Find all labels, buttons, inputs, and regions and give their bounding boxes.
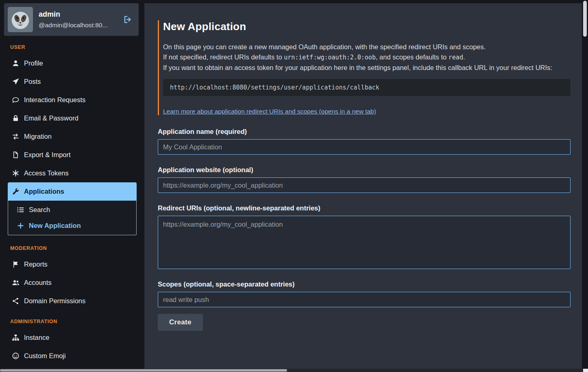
users-icon: [12, 279, 20, 287]
section-header-user: USER: [8, 36, 137, 54]
sidebar-item-new-application[interactable]: New Application: [8, 218, 136, 234]
scrollbar-corner: [583, 369, 588, 372]
sidebar-item-email-password[interactable]: Email & Password: [8, 109, 137, 127]
user-card[interactable]: admin @admin@localhost:80...: [4, 3, 139, 36]
sidebar-nav: USERProfilePostsInteraction RequestsEmai…: [0, 36, 144, 372]
redirect-uris-label: Redirect URIs (optional, newline-separat…: [158, 204, 571, 212]
section-header-moderation: MODERATION: [8, 237, 137, 255]
user-name: admin: [39, 10, 107, 19]
sidebar-item-label: Access Tokens: [24, 169, 69, 177]
intro-line-2-text-mid: , and scopes defaults to: [376, 53, 449, 61]
application-name-label: Application name (required): [158, 128, 571, 136]
exchange-icon: [12, 133, 20, 140]
main-content: New Application On this page you can cre…: [144, 0, 588, 372]
vertical-scrollbar[interactable]: [582, 0, 588, 369]
intro-line-2-text-post: .: [463, 53, 465, 61]
sidebar-item-label: Export & Import: [24, 151, 71, 159]
intro-block: New Application On this page you can cre…: [158, 20, 571, 115]
sidebar-item-label: Accounts: [24, 278, 52, 287]
share-nodes-icon: [12, 297, 20, 305]
callback-url-code: http://localhost:8080/settings/user/appl…: [163, 79, 571, 96]
sidebar-item-interaction-requests[interactable]: Interaction Requests: [8, 91, 137, 109]
sidebar-item-label: Custom Emoji: [24, 352, 66, 360]
sidebar-item-profile[interactable]: Profile: [8, 54, 137, 72]
sidebar-item-accounts[interactable]: Accounts: [8, 274, 137, 292]
sidebar-item-label: Email & Password: [24, 114, 78, 123]
inline-code-oob: urn:ietf:wg:oauth:2.0:oob: [284, 54, 376, 61]
learn-more-link[interactable]: Learn more about application redirect UR…: [163, 108, 376, 115]
file-export-icon: [12, 151, 20, 159]
scopes-input[interactable]: [158, 292, 571, 307]
section-header-administration: ADMINISTRATION: [8, 310, 137, 328]
intro-line-2: If not specified, redirect URIs defaults…: [163, 52, 571, 63]
horizontal-scrollbar[interactable]: [0, 369, 588, 372]
sidebar-item-search[interactable]: Search: [8, 202, 136, 218]
redirect-uris-group: Redirect URIs (optional, newline-separat…: [158, 204, 571, 269]
application-website-group: Application website (optional): [158, 166, 571, 193]
application-name-input[interactable]: [158, 139, 571, 155]
page-title: New Application: [163, 20, 571, 33]
sidebar-item-domain-permissions[interactable]: Domain Permissions: [8, 292, 137, 310]
sidebar-item-label: New Application: [29, 221, 81, 230]
sidebar-item-custom-emoji[interactable]: Custom Emoji: [8, 347, 137, 365]
smile-icon: [12, 352, 20, 360]
sidebar-item-label: Reports: [24, 260, 48, 269]
sidebar-item-label: Domain Permissions: [24, 297, 85, 305]
sidebar-item-label: Search: [29, 206, 50, 214]
paper-plane-icon: [12, 78, 20, 85]
redirect-uris-textarea[interactable]: [158, 216, 571, 269]
sidebar-item-label: Instance: [24, 333, 49, 342]
application-website-label: Application website (optional): [158, 166, 571, 174]
sign-out-icon[interactable]: [123, 15, 133, 24]
sidebar-item-access-tokens[interactable]: Access Tokens: [8, 164, 137, 182]
new-application-panel: New Application On this page you can cre…: [144, 3, 582, 369]
sidebar-item-posts[interactable]: Posts: [8, 72, 137, 91]
sidebar-item-label: Posts: [24, 77, 41, 86]
asterisk-icon: [12, 169, 20, 177]
scopes-label: Scopes (optional, space-separated entrie…: [158, 280, 571, 288]
user-icon: [12, 59, 20, 67]
scopes-group: Scopes (optional, space-separated entrie…: [158, 280, 571, 307]
horizontal-scrollbar-thumb[interactable]: [0, 369, 287, 372]
sidebar-item-export-import[interactable]: Export & Import: [8, 146, 137, 164]
intro-line-2-text-pre: If not specified, redirect URIs defaults…: [163, 53, 284, 61]
sidebar-item-instance[interactable]: Instance: [8, 328, 137, 347]
submenu-applications: SearchNew Application: [8, 201, 137, 235]
lock-icon: [12, 114, 20, 122]
user-info: admin @admin@localhost:80...: [39, 10, 107, 29]
vertical-scrollbar-thumb[interactable]: [583, 1, 587, 37]
user-handle: @admin@localhost:80...: [39, 22, 107, 29]
avatar: [8, 7, 33, 32]
intro-line-3: If you want to obtain an access token fo…: [163, 63, 571, 73]
intro-line-1: On this page you can create a new manage…: [163, 42, 571, 52]
sidebar-item-label: Interaction Requests: [24, 96, 85, 104]
sidebar-item-migration[interactable]: Migration: [8, 127, 137, 146]
sidebar-item-label: Profile: [24, 59, 43, 68]
sidebar-item-label: Applications: [24, 187, 64, 196]
create-button[interactable]: Create: [158, 314, 203, 331]
application-website-input[interactable]: [158, 177, 571, 193]
wrench-icon: [12, 188, 20, 195]
sidebar-item-applications[interactable]: Applications: [8, 182, 137, 201]
list-icon: [17, 206, 24, 214]
sidebar-item-reports[interactable]: Reports: [8, 255, 137, 274]
sitemap-icon: [12, 334, 20, 341]
flag-icon: [12, 260, 20, 268]
sidebar-item-label: Migration: [24, 132, 52, 141]
plus-icon: [17, 222, 24, 230]
comment-icon: [12, 96, 20, 104]
sidebar: admin @admin@localhost:80... USERProfile…: [0, 0, 144, 372]
inline-code-read: read: [449, 54, 463, 61]
application-name-group: Application name (required): [158, 128, 571, 155]
